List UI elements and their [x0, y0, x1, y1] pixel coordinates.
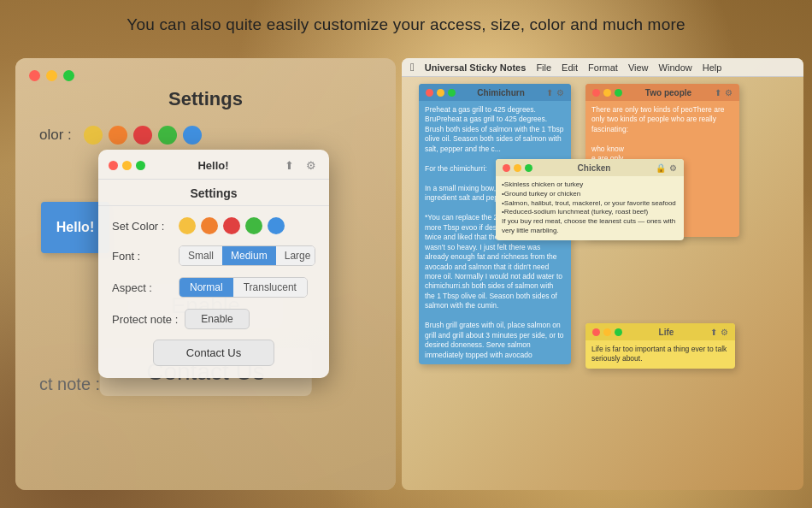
note-lf-share-icon[interactable]: ⬆: [710, 328, 717, 337]
note-chicken[interactable]: Chicken 🔒 ⚙ •Skinless chicken or turkey …: [496, 159, 684, 240]
swatch-red[interactable]: [223, 217, 240, 234]
note-two-people-icons: ⬆ ⚙: [715, 88, 733, 97]
menu-file[interactable]: File: [536, 62, 551, 73]
note-gear-icon[interactable]: ⚙: [556, 88, 564, 97]
note-chicken-traffic: [503, 164, 533, 172]
aspect-normal-btn[interactable]: Normal: [179, 278, 233, 297]
font-label: Font :: [112, 250, 172, 263]
note-chicken-title: Chicken: [578, 163, 611, 173]
maximize-icon[interactable]: [63, 70, 74, 81]
font-group: Small Medium Large: [179, 245, 315, 266]
panel-title: Settings: [15, 88, 396, 110]
modal-close-icon[interactable]: [109, 161, 118, 170]
note-ck-lock-icon: 🔒: [656, 163, 666, 173]
menu-edit[interactable]: Edit: [562, 62, 578, 73]
note-lf-maximize-icon[interactable]: [615, 328, 622, 336]
apple-logo-icon: : [410, 61, 415, 74]
contact-us-button[interactable]: Contact Us: [153, 340, 274, 366]
note-ck-minimize-icon[interactable]: [514, 164, 521, 172]
note-life-titlebar: Life ⬆ ⚙: [585, 323, 735, 340]
note-chicken-titlebar: Chicken 🔒 ⚙: [496, 159, 684, 176]
modal-traffic-lights: [109, 161, 145, 170]
note-life-title: Life: [659, 328, 674, 337]
modal-titlebar: Hello! ⬆ ⚙: [98, 150, 329, 180]
modal-minimize-icon[interactable]: [122, 161, 132, 170]
minimize-icon[interactable]: [46, 70, 57, 81]
font-small-btn[interactable]: Small: [179, 246, 222, 265]
note-ck-gear-icon[interactable]: ⚙: [669, 163, 677, 173]
note-life-body: Life is far too important a thing ever t…: [585, 340, 735, 369]
note-chicken-icons: 🔒 ⚙: [656, 163, 677, 173]
note-lf-close-icon[interactable]: [592, 328, 600, 336]
note-tp-minimize-icon[interactable]: [603, 89, 611, 97]
menu-format[interactable]: Format: [588, 62, 618, 73]
modal-title: Hello!: [145, 159, 281, 172]
color-dot-green: [158, 126, 177, 145]
note-life[interactable]: Life ⬆ ⚙ Life is far too important a thi…: [585, 323, 735, 369]
color-dot-blue: [183, 126, 202, 145]
menu-window[interactable]: Window: [659, 62, 692, 73]
note-ck-close-icon[interactable]: [503, 164, 510, 172]
note-two-people-titlebar: Two people ⬆ ⚙: [585, 84, 739, 101]
note-life-icons: ⬆ ⚙: [710, 328, 728, 337]
settings-title: Settings: [98, 180, 329, 206]
settings-modal: Hello! ⬆ ⚙ Settings Set Color : Font : S…: [98, 150, 329, 378]
color-label: olor :: [39, 127, 72, 144]
set-color-label: Set Color :: [112, 220, 172, 233]
note-maximize-icon[interactable]: [448, 89, 456, 97]
note-chicken-body: •Skinless chicken or turkey •Ground turk…: [496, 176, 684, 240]
gear-icon[interactable]: ⚙: [303, 157, 319, 173]
note-tp-maximize-icon[interactable]: [615, 89, 622, 97]
protect-note-label-bg: ct note :: [39, 375, 100, 394]
set-color-row: Set Color :: [98, 210, 329, 238]
note-close-icon[interactable]: [426, 89, 433, 97]
share-icon[interactable]: ⬆: [281, 157, 297, 173]
aspect-label: Aspect :: [112, 281, 172, 294]
swatch-green[interactable]: [245, 217, 262, 234]
aspect-translucent-btn[interactable]: Translucent: [233, 278, 307, 297]
font-row: Font : Small Medium Large: [98, 238, 329, 269]
contact-btn-wrapper: Contact Us: [98, 340, 329, 366]
note-chimichurri-icons: ⬆ ⚙: [546, 88, 564, 97]
note-minimize-icon[interactable]: [437, 89, 444, 97]
color-dot-orange: [109, 126, 127, 145]
color-swatches: [179, 217, 285, 234]
menu-help[interactable]: Help: [703, 62, 722, 73]
app-name: Universal Sticky Notes: [425, 62, 527, 73]
note-tp-close-icon[interactable]: [592, 89, 600, 97]
modal-action-icons: ⬆ ⚙: [281, 157, 319, 173]
protect-note-row: Protect note : Enable: [98, 301, 329, 333]
mac-menubar:  Universal Sticky Notes File Edit Forma…: [402, 58, 803, 77]
font-medium-btn[interactable]: Medium: [222, 246, 276, 265]
color-dot-yellow: [84, 126, 103, 145]
note-life-traffic: [592, 328, 622, 336]
note-ck-maximize-icon[interactable]: [525, 164, 533, 172]
enable-button[interactable]: Enable: [185, 309, 249, 329]
color-dots: [84, 126, 202, 145]
note-chimichurri-title: Chimichurn: [477, 88, 525, 97]
note-chimichurri-titlebar: Chimichurn ⬆ ⚙: [419, 84, 571, 101]
swatch-blue[interactable]: [268, 217, 285, 234]
swatch-yellow[interactable]: [179, 217, 196, 234]
note-lf-minimize-icon[interactable]: [603, 328, 611, 336]
note-tp-gear-icon[interactable]: ⚙: [725, 88, 733, 97]
aspect-row: Aspect : Normal Translucent: [98, 269, 329, 301]
note-lf-gear-icon[interactable]: ⚙: [721, 328, 728, 337]
note-chimichurri-traffic: [426, 89, 456, 97]
note-share-icon[interactable]: ⬆: [546, 88, 553, 97]
menu-view[interactable]: View: [628, 62, 649, 73]
font-large-btn[interactable]: Large: [276, 246, 315, 265]
right-panel:  Universal Sticky Notes File Edit Forma…: [402, 58, 803, 490]
color-row: olor :: [15, 110, 396, 145]
swatch-orange[interactable]: [201, 217, 218, 234]
aspect-group: Normal Translucent: [179, 277, 308, 298]
color-dot-red: [133, 126, 152, 145]
close-icon[interactable]: [29, 70, 40, 81]
note-two-people-title: Two people: [645, 88, 691, 97]
traffic-lights: [15, 58, 396, 81]
protect-note-label: Protect note :: [112, 313, 178, 326]
modal-maximize-icon[interactable]: [136, 161, 145, 170]
note-tp-share-icon[interactable]: ⬆: [715, 88, 721, 97]
note-two-people-traffic: [592, 89, 622, 97]
page-title: You can also quite easily customize your…: [0, 15, 812, 34]
